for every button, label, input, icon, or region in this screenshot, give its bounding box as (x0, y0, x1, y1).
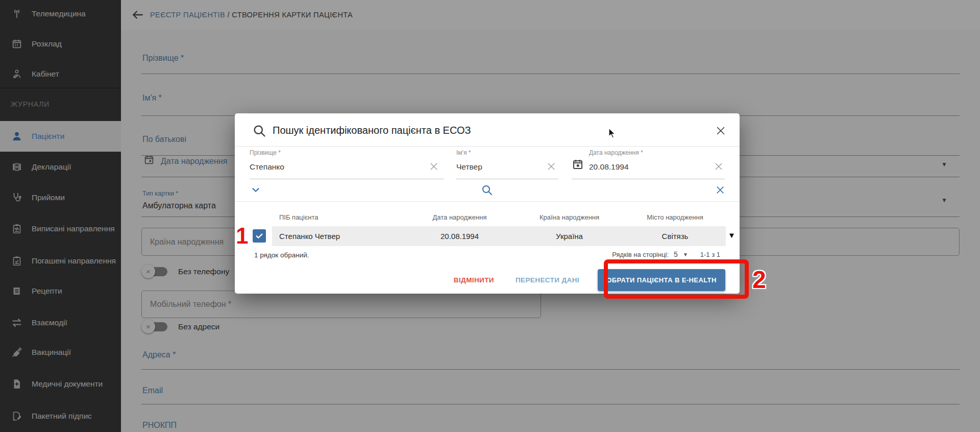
modal-first-name-label: Ім'я * (456, 149, 471, 156)
clear-search-icon[interactable] (713, 182, 728, 198)
modal-title: Пошук ідентифікованого пацієнта в ЕСОЗ (273, 125, 471, 136)
rows-per-page-label: Рядків на сторінці: (612, 251, 669, 258)
row-city: Світязь (624, 226, 726, 246)
selection-info: 1 рядок обраний. (254, 251, 309, 259)
modal-footer: ВІДМІНИТИ ПЕРЕНЕСТИ ДАНІ ОБРАТИ ПАЦІЄНТА… (235, 269, 725, 291)
row-patient-name: Степанко Четвер (272, 226, 405, 246)
pagination: Рядків на сторінці: 5 ▼ 1-1 з 1 (612, 250, 720, 258)
row-country: Україна (514, 226, 624, 246)
pagination-range: 1-1 з 1 (700, 251, 720, 258)
modal-toolbar-divider (235, 201, 740, 202)
app-root: Телемедицина Розклад Кабінет ЖУРНАЛИ (0, 0, 980, 432)
row-checkbox[interactable] (253, 229, 266, 243)
modal-first-name-value[interactable]: Четвер (456, 162, 482, 172)
clear-last-name-icon[interactable] (428, 160, 440, 173)
chevron-down-icon[interactable] (248, 182, 263, 198)
table-header-name: ПІБ пацієнта (272, 211, 405, 223)
clear-birth-date-icon[interactable] (713, 160, 725, 173)
table-header-row: ПІБ пацієнта Дата народження Країна наро… (272, 211, 726, 223)
table-header-city: Місто народження (624, 211, 726, 223)
clear-first-name-icon[interactable] (545, 160, 557, 173)
select-patient-ehealth-button[interactable]: ОБРАТИ ПАЦІЄНТА В E-HEALTH (598, 269, 725, 291)
modal-last-name-label: Прізвище * (250, 149, 281, 156)
modal-birth-date-label: Дата народження * (589, 149, 643, 156)
row-expand-icon[interactable]: ▼ (728, 231, 736, 239)
row-birth-date: 20.08.1994 (405, 226, 514, 246)
cancel-button[interactable]: ВІДМІНИТИ (451, 276, 497, 284)
rows-per-page-dropdown-icon[interactable]: ▼ (683, 252, 688, 257)
rows-per-page-value[interactable]: 5 (674, 250, 678, 258)
calendar-icon (572, 158, 584, 173)
modal-last-name-value[interactable]: Степанко (250, 162, 284, 172)
ehealth-search-modal: Пошук ідентифікованого пацієнта в ЕСОЗ П… (235, 113, 740, 294)
modal-birth-date-underline (572, 179, 725, 179)
table-row[interactable]: Степанко Четвер 20.08.1994 Україна Світя… (272, 226, 726, 246)
modal-last-name-underline (250, 179, 444, 179)
transfer-data-button[interactable]: ПЕРЕНЕСТИ ДАНІ (512, 276, 582, 284)
modal-first-name-underline (456, 179, 558, 179)
table-header-country: Країна народження (514, 211, 624, 223)
modal-birth-date-value[interactable]: 20.08.1994 (589, 162, 629, 172)
search-icon (252, 124, 266, 140)
table-header-birth-date: Дата народження (405, 211, 514, 223)
close-icon[interactable] (714, 124, 728, 138)
search-submit-icon[interactable] (479, 182, 495, 198)
modal-header-divider (235, 146, 740, 147)
